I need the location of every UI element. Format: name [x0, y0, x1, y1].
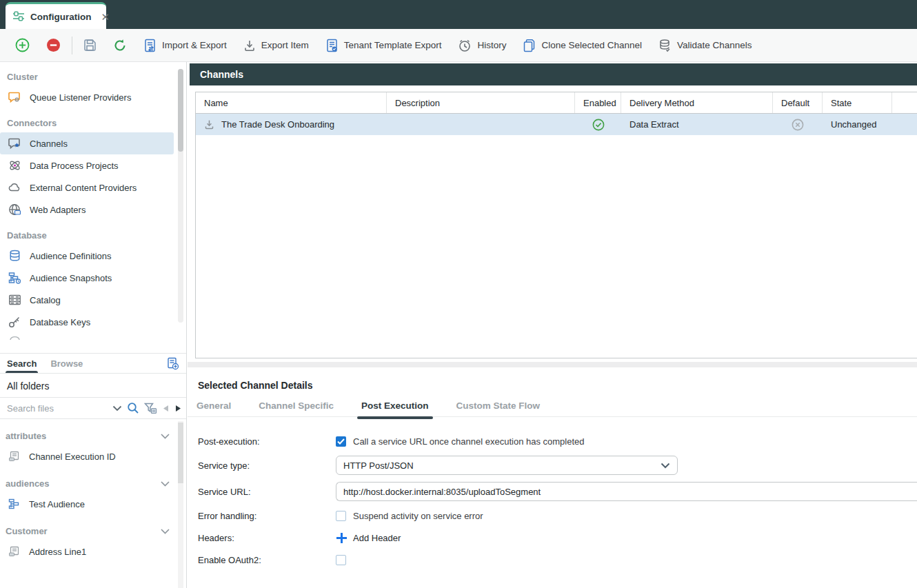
- folder-audiences[interactable]: audiences: [0, 467, 174, 493]
- tab-general[interactable]: General: [196, 401, 231, 416]
- post-execution-checkbox-label: Call a service URL once channel executio…: [353, 436, 585, 447]
- sidebar-item-channels[interactable]: Channels: [0, 132, 174, 154]
- service-url-input[interactable]: http://host.docker.internal:8035/uploadT…: [336, 482, 917, 501]
- search-icon[interactable]: [127, 402, 139, 414]
- folder-item-label: Test Audience: [29, 499, 85, 509]
- add-header-button[interactable]: Add Header: [336, 532, 401, 544]
- folder-scrollbar[interactable]: [178, 421, 183, 588]
- minus-circle-icon: [46, 38, 61, 52]
- folder-item-label: Channel Execution ID: [29, 452, 116, 462]
- sidebar-item-queue-listener-providers[interactable]: Queue Listener Providers: [0, 86, 186, 108]
- sidebar-item-audience-definitions[interactable]: Audience Definitions: [0, 245, 186, 267]
- clone-selected-channel-button[interactable]: Clone Selected Channel: [514, 34, 650, 57]
- filter-icon[interactable]: [144, 403, 157, 414]
- cloud-icon: [8, 181, 21, 194]
- tenant-template-export-button[interactable]: Tenant Template Export: [317, 34, 450, 57]
- error-handling-checkbox-label: Suspend activity on service error: [353, 511, 483, 521]
- save-button[interactable]: [75, 34, 105, 56]
- export-item-button[interactable]: Export Item: [235, 35, 317, 56]
- sidebar-item-label: Audience Snapshots: [30, 273, 112, 283]
- folder-attributes[interactable]: attributes: [0, 420, 174, 445]
- search-files-input[interactable]: Search files: [7, 403, 108, 414]
- column-header-enabled[interactable]: Enabled: [575, 92, 621, 113]
- remove-button[interactable]: [38, 34, 69, 57]
- attribute-icon: [8, 451, 21, 462]
- sidebar-item-partial: [0, 333, 186, 340]
- refresh-icon: [113, 39, 127, 52]
- folder-title: audiences: [6, 478, 50, 489]
- sidebar-item-catalog[interactable]: Catalog: [0, 289, 186, 311]
- validate-channels-button[interactable]: Validate Channels: [650, 34, 760, 57]
- tab-configuration[interactable]: Configuration ✕: [6, 2, 106, 29]
- download-icon: [204, 119, 214, 130]
- sidebar-item-web-adapters[interactable]: Web Adapters: [0, 199, 186, 221]
- clone-icon: [523, 39, 536, 52]
- file-search-bar: Search files: [0, 398, 186, 419]
- clone-selected-channel-label: Clone Selected Channel: [541, 40, 642, 50]
- tab-close-icon[interactable]: ✕: [101, 12, 110, 22]
- import-export-button[interactable]: Import & Export: [135, 34, 235, 57]
- sidebar-item-database-keys[interactable]: Database Keys: [0, 311, 186, 333]
- tab-browse[interactable]: Browse: [43, 354, 90, 373]
- service-type-select[interactable]: HTTP Post/JSON: [336, 456, 678, 475]
- sidebar-item-label: Data Process Projects: [30, 161, 119, 171]
- folder-scope-label[interactable]: All folders: [0, 374, 186, 398]
- tab-custom-state-flow[interactable]: Custom State Flow: [456, 401, 541, 416]
- post-execution-checkbox[interactable]: [336, 436, 346, 447]
- column-header-name[interactable]: Name: [196, 92, 387, 113]
- section-database: Database: [0, 221, 186, 245]
- snapshot-tree-icon: [8, 272, 21, 284]
- cell-enabled: [575, 114, 621, 135]
- sidebar-item-label: Web Adapters: [30, 205, 85, 215]
- toolbar: Import & Export Export Item Tenant Templ…: [0, 29, 917, 62]
- column-header-delivery-method[interactable]: Delivery Method: [621, 92, 773, 113]
- catalog-icon: [8, 294, 21, 306]
- folder-item-address-line1[interactable]: Address Line1: [0, 540, 174, 562]
- history-label: History: [477, 40, 506, 50]
- chevron-down-icon[interactable]: [112, 405, 122, 412]
- add-button[interactable]: [7, 34, 38, 57]
- error-handling-label: Error handling:: [198, 511, 336, 521]
- column-header-state[interactable]: State: [823, 92, 892, 113]
- folder-item-channel-execution-id[interactable]: Channel Execution ID: [0, 445, 174, 467]
- attribute-icon: [8, 546, 21, 557]
- add-header-label: Add Header: [353, 533, 401, 543]
- details-tabs: General Channel Specific Post Execution …: [188, 401, 917, 417]
- window-tab-strip: Configuration ✕: [0, 0, 917, 29]
- column-header-description[interactable]: Description: [387, 92, 575, 113]
- toolbar-separator: [72, 37, 72, 54]
- panel-divider: [188, 362, 917, 367]
- sidebar-item-data-process-projects[interactable]: Data Process Projects: [0, 154, 186, 176]
- enable-oauth-checkbox[interactable]: [336, 555, 346, 565]
- audience-icon: [8, 498, 21, 509]
- previous-arrow-icon[interactable]: [162, 405, 170, 412]
- folder-item-test-audience[interactable]: Test Audience: [0, 493, 174, 515]
- sidebar-item-external-content-providers[interactable]: External Content Providers: [0, 176, 186, 199]
- sidebar-item-label: Audience Definitions: [30, 251, 112, 261]
- sidebar-item-audience-snapshots[interactable]: Audience Snapshots: [0, 267, 186, 289]
- table-row[interactable]: The Trade Desk Onboarding Data Extract U…: [196, 114, 917, 135]
- column-header-default[interactable]: Default: [773, 92, 823, 113]
- sidebar-scrollbar-thumb[interactable]: [178, 69, 183, 152]
- history-button[interactable]: History: [450, 34, 514, 57]
- cell-delivery-method: Data Extract: [621, 114, 773, 135]
- folder-title: Customer: [6, 526, 48, 536]
- folder-item-label: Address Line1: [29, 547, 86, 557]
- new-document-icon[interactable]: [166, 357, 179, 370]
- folder-customer[interactable]: Customer: [0, 515, 174, 540]
- plus-icon: [336, 532, 347, 544]
- cell-empty: [892, 114, 917, 135]
- cell-name: The Trade Desk Onboarding: [196, 114, 387, 135]
- post-execution-label: Post-execution:: [198, 436, 336, 447]
- enable-oauth-label: Enable OAuth2:: [198, 555, 336, 565]
- sidebar-scrollbar[interactable]: [178, 69, 183, 323]
- next-arrow-icon[interactable]: [174, 405, 182, 412]
- folder-scrollbar-thumb[interactable]: [178, 423, 183, 483]
- sidebar-item-label: Database Keys: [30, 317, 90, 327]
- tab-post-execution[interactable]: Post Execution: [361, 401, 429, 416]
- sidebar-item-label: Queue Listener Providers: [30, 92, 131, 103]
- tab-search[interactable]: Search: [0, 354, 43, 373]
- error-handling-checkbox[interactable]: [336, 511, 346, 521]
- tab-channel-specific[interactable]: Channel Specific: [259, 401, 334, 416]
- refresh-button[interactable]: [105, 34, 135, 57]
